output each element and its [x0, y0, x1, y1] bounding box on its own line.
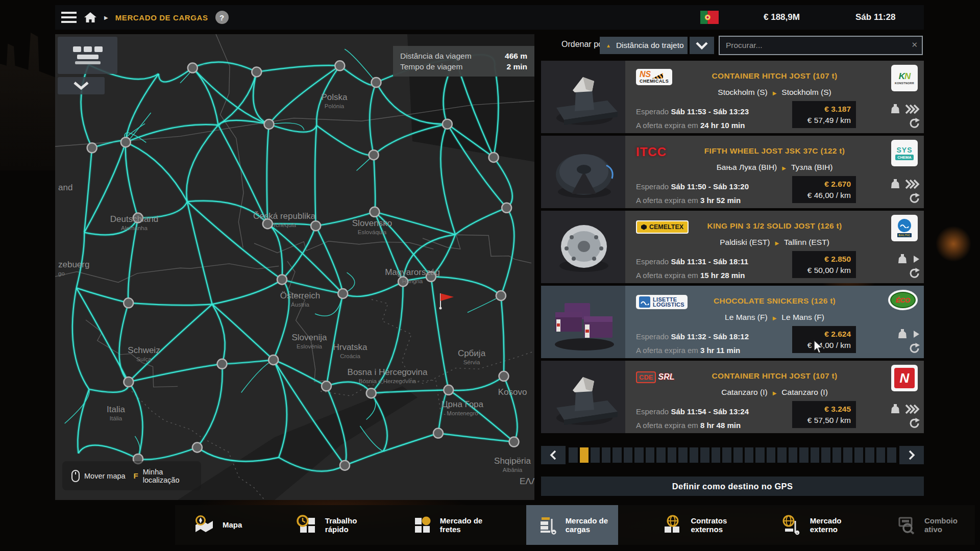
map-panel[interactable]: PolskaPolóniaDeutschlandAlemanhaČeská re…: [55, 34, 534, 500]
heavy-cargo-icon: [889, 404, 901, 415]
search-input[interactable]: [719, 36, 923, 55]
page-square[interactable]: [690, 447, 699, 463]
route-arrow-icon: ▶: [773, 390, 777, 396]
destination-company-logo: BALTIC: [891, 215, 918, 241]
page-square[interactable]: [591, 447, 600, 463]
page-square[interactable]: [634, 447, 644, 463]
page-square[interactable]: [767, 447, 776, 463]
expires-time: 8 hr 48 min: [700, 421, 741, 430]
map-country-label: Österreich: [280, 291, 320, 300]
page-square[interactable]: [799, 447, 808, 463]
price-box: € 3.245€ 57,50 / km: [792, 401, 856, 428]
sort-dropdown[interactable]: ▲ Distância do trajeto: [600, 37, 688, 54]
return-trip-icon: [909, 342, 921, 354]
expires-label: A oferta expira em: [636, 196, 700, 205]
page-square[interactable]: [602, 447, 611, 463]
help-button[interactable]: ?: [215, 11, 229, 24]
heavy-cargo-icon: [889, 104, 901, 115]
page-square[interactable]: [612, 447, 622, 463]
expected-label: Esperado: [636, 332, 671, 341]
nav-item-freight[interactable]: Mercado defretes: [401, 505, 493, 545]
prev-page-button[interactable]: [541, 446, 566, 464]
page-square[interactable]: [854, 447, 864, 463]
map-hints: Mover mapa F Minha localização: [62, 461, 201, 490]
nav-label: Mercado decargas: [566, 516, 608, 534]
job-card-5[interactable]: CDESRLCONTAINER HITCH JOST (107 t)Catanz…: [541, 361, 924, 433]
price-box: € 2.850€ 50,00 / km: [792, 251, 856, 278]
nav-item-clock[interactable]: Trabalhorápido: [286, 505, 368, 545]
nav-item-cargo[interactable]: Mercado decargas: [526, 505, 618, 545]
page-square[interactable]: [755, 447, 765, 463]
page-square[interactable]: [700, 447, 709, 463]
job-price-per-km: € 46,00 / km: [797, 190, 851, 201]
mouse-icon: [71, 470, 80, 482]
page-square[interactable]: [832, 447, 842, 463]
expected-time: Sáb 11:53 - Sáb 13:23: [671, 107, 749, 116]
route-arrow-icon: ▶: [782, 165, 786, 171]
page-square[interactable]: [656, 447, 666, 463]
destination-logo-n: N: [891, 365, 918, 391]
set-gps-destination-button[interactable]: Definir como destino no GPS: [541, 477, 924, 496]
page-square[interactable]: [624, 447, 633, 463]
page-square[interactable]: [865, 447, 874, 463]
chevron-down-icon: [72, 81, 90, 90]
job-attribute-icons: [883, 104, 921, 129]
svg-text:Tchéquia: Tchéquia: [273, 222, 297, 228]
page-square[interactable]: [777, 447, 787, 463]
expires-time: 15 hr 28 min: [700, 271, 745, 280]
heavy-cargo-icon: [896, 254, 909, 265]
page-square[interactable]: [569, 447, 578, 463]
trip-time-label: Tempo de viagem: [400, 61, 462, 72]
page-square[interactable]: [811, 447, 820, 463]
container-hitch-image: [541, 361, 625, 433]
destination-logo-konstnorr: KNKONSTNORR: [891, 65, 918, 91]
cargo-image: [541, 286, 625, 358]
expected-label: Esperado: [636, 257, 671, 266]
collapse-button[interactable]: [58, 77, 105, 94]
page-square-active[interactable]: [580, 447, 589, 463]
page-square[interactable]: [887, 447, 896, 463]
page-square[interactable]: [876, 447, 886, 463]
page-square[interactable]: [843, 447, 852, 463]
expires-label: A oferta expira em: [636, 271, 700, 280]
job-price: € 2.850: [797, 253, 851, 265]
background-pumpkin-glow: [933, 223, 974, 264]
job-card-1[interactable]: NSCHEMICALSCONTAINER HITCH JOST (107 t)S…: [541, 61, 924, 133]
breadcrumb-separator-icon: ▶: [104, 15, 108, 20]
page-square[interactable]: [722, 447, 731, 463]
route-map[interactable]: PolskaPolóniaDeutschlandAlemanhaČeská re…: [55, 34, 534, 500]
garage-selector-button[interactable]: [58, 37, 117, 74]
job-card-2[interactable]: ITCCFIFTH WHEEL JOST JSK 37C (122 t)Бања…: [541, 136, 924, 208]
page-square[interactable]: [733, 447, 743, 463]
freight-market-icon: [411, 515, 433, 535]
job-schedule: Esperado Sáb 11:54 - Sáb 13:24A oferta e…: [636, 405, 749, 432]
search-box[interactable]: ✕: [719, 36, 923, 55]
hamburger-icon: [61, 12, 77, 23]
home-icon: [84, 11, 97, 23]
clear-search-icon[interactable]: ✕: [911, 40, 918, 49]
page-square[interactable]: [678, 447, 688, 463]
home-button[interactable]: [84, 11, 97, 23]
job-card-4[interactable]: LISETTELOGISTICSCHOCOLATE SNICKERS (126 …: [541, 286, 924, 358]
next-page-button[interactable]: [899, 446, 924, 464]
page-square[interactable]: [646, 447, 655, 463]
svg-text:Polónia: Polónia: [325, 103, 345, 109]
page-square[interactable]: [712, 447, 721, 463]
svg-text:Alemanha: Alemanha: [121, 225, 148, 231]
map-country-label: Shqipëria: [494, 456, 531, 466]
menu-button[interactable]: [61, 12, 77, 23]
nav-item-map[interactable]: Mapa: [182, 505, 252, 545]
page-square[interactable]: [821, 447, 830, 463]
nav-item-external[interactable]: Mercadoexterno: [771, 505, 852, 545]
svg-text:Itália: Itália: [110, 415, 122, 421]
nav-item-contracts[interactable]: Contratosexternos: [651, 505, 737, 545]
job-card-3[interactable]: CEMELTEXKING PIN 3 1/2 SOLID JOST (126 t…: [541, 211, 924, 283]
route-arrow-icon: ▶: [775, 240, 779, 246]
page-square[interactable]: [789, 447, 798, 463]
sort-dropdown-open-button[interactable]: [690, 37, 714, 54]
f-key-badge: F: [134, 471, 138, 480]
expected-label: Esperado: [636, 107, 671, 116]
return-trip-icon: [909, 117, 921, 129]
page-square[interactable]: [668, 447, 677, 463]
page-square[interactable]: [745, 447, 754, 463]
